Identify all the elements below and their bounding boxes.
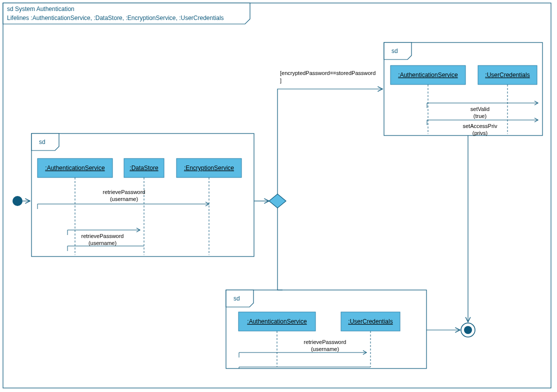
frame3-label: sd xyxy=(234,295,240,302)
frame2-msg2: setAccessPriv (privs) xyxy=(427,120,538,136)
svg-text::EncryptionService: :EncryptionService xyxy=(184,164,234,172)
decision-node xyxy=(269,194,286,208)
frame1-label: sd xyxy=(39,138,46,146)
svg-text:(privs): (privs) xyxy=(472,130,488,136)
svg-text:]: ] xyxy=(280,78,282,84)
svg-text:retrievePassword: retrievePassword xyxy=(82,233,124,239)
svg-text:setValid: setValid xyxy=(470,106,490,112)
frame1-msg2: retrievePassword (username) xyxy=(68,230,144,251)
outer-frame-title: sd System Authentication xyxy=(7,6,74,12)
frame2-msg1: setValid (true) xyxy=(427,103,538,119)
svg-text:(username): (username) xyxy=(110,196,138,202)
frame1-msg1: retrievePassword (username) xyxy=(38,189,209,209)
svg-text:(username): (username) xyxy=(311,346,339,352)
initial-node xyxy=(12,196,22,206)
frame1-lifeline-encryption: :EncryptionService xyxy=(176,158,242,255)
frame3-lifeline-usercred: :UserCredentials xyxy=(341,312,400,367)
svg-text:retrievePassword: retrievePassword xyxy=(103,189,146,195)
svg-text:(true): (true) xyxy=(474,113,486,119)
frame1-lifeline-datastore: :DataStore xyxy=(124,158,164,255)
frame2-lifeline-auth: :AuthenticationService xyxy=(390,66,466,134)
svg-text::UserCredentials: :UserCredentials xyxy=(485,72,530,78)
svg-text::UserCredentials: :UserCredentials xyxy=(348,318,392,325)
svg-point-52 xyxy=(464,326,472,334)
svg-text::DataStore: :DataStore xyxy=(130,164,158,172)
final-node xyxy=(461,323,475,337)
svg-text:setAccessPriv: setAccessPriv xyxy=(462,123,498,129)
interaction-overview-diagram: sd System Authentication Lifelines :Auth… xyxy=(0,0,557,392)
svg-text:[encryptedPassword==storedPass: [encryptedPassword==storedPassword xyxy=(280,70,376,76)
frame3-msg1: retrievePassword (username) xyxy=(239,339,370,368)
frame-sd-2: sd :AuthenticationService :UserCredentia… xyxy=(384,42,542,136)
guard-label: [encryptedPassword==storedPassword ] xyxy=(280,70,376,84)
svg-text::AuthenticationService: :AuthenticationService xyxy=(247,318,307,325)
svg-text:retrievePassword: retrievePassword xyxy=(304,339,346,345)
outer-frame-lifelines: Lifelines :AuthenticationService, :DataS… xyxy=(7,14,224,22)
svg-text::AuthenticationService: :AuthenticationService xyxy=(398,72,458,78)
frame-sd-3: sd :AuthenticationService :UserCredentia… xyxy=(226,290,426,368)
flow-decision-to-frame3 xyxy=(278,208,282,290)
svg-text::AuthenticationService: :AuthenticationService xyxy=(45,164,105,172)
frame-sd-1: sd :AuthenticationService :DataStore :En… xyxy=(32,134,254,256)
svg-text:(username): (username) xyxy=(88,240,116,246)
svg-rect-1 xyxy=(32,134,254,256)
flow-decision-to-frame2 xyxy=(278,89,382,194)
frame2-label: sd xyxy=(392,48,398,54)
